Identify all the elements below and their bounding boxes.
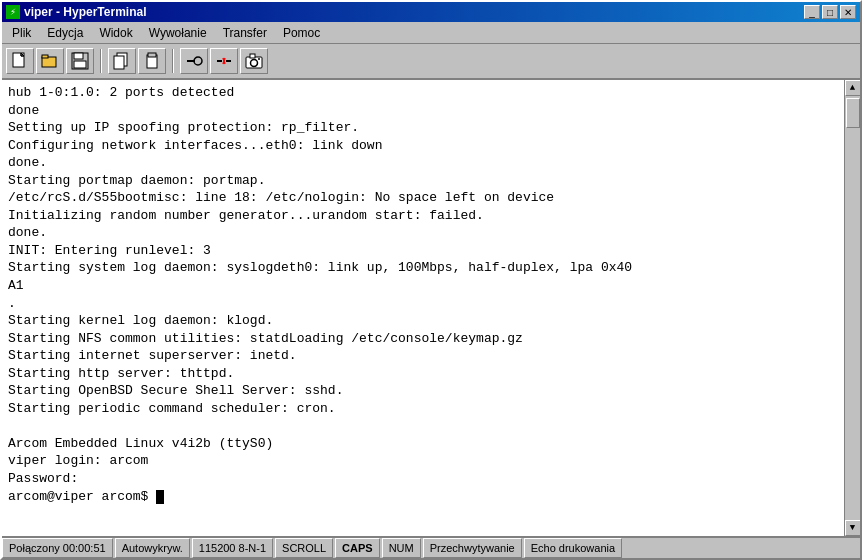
cursor-blink (156, 490, 164, 504)
menu-plik[interactable]: Plik (4, 24, 39, 42)
toolbar-sep-2 (172, 49, 174, 73)
title-bar-left: ⚡ viper - HyperTerminal (6, 5, 146, 19)
svg-point-22 (258, 58, 260, 60)
toolbar-disconnect[interactable] (210, 48, 238, 74)
status-printecho: Echo drukowania (524, 538, 622, 558)
scroll-down-button[interactable]: ▼ (845, 520, 861, 536)
status-baud: 115200 8-N-1 (192, 538, 273, 558)
svg-rect-5 (42, 55, 48, 58)
app-icon: ⚡ (6, 5, 20, 19)
terminal-output[interactable]: hub 1-0:1.0: 2 ports detected done Setti… (2, 80, 844, 536)
status-autodetect: Autowykryw. (115, 538, 190, 558)
svg-rect-10 (114, 56, 124, 69)
status-connected: Połączony 00:00:51 (2, 538, 113, 558)
menu-wywolanie[interactable]: Wywołanie (141, 24, 215, 42)
toolbar-new[interactable] (6, 48, 34, 74)
toolbar-open[interactable] (36, 48, 64, 74)
status-num: NUM (382, 538, 421, 558)
menu-transfer[interactable]: Transfer (215, 24, 275, 42)
toolbar (2, 44, 860, 80)
toolbar-paste[interactable] (138, 48, 166, 74)
status-scroll: SCROLL (275, 538, 333, 558)
menu-bar: Plik Edycja Widok Wywołanie Transfer Pom… (2, 22, 860, 44)
content-area: hub 1-0:1.0: 2 ports detected done Setti… (2, 80, 860, 536)
svg-rect-7 (74, 53, 83, 59)
menu-edycja[interactable]: Edycja (39, 24, 91, 42)
toolbar-camera[interactable] (240, 48, 268, 74)
main-window: ⚡ viper - HyperTerminal _ □ ✕ Plik Edycj… (0, 0, 862, 560)
svg-rect-12 (148, 53, 156, 57)
toolbar-sep-1 (100, 49, 102, 73)
minimize-button[interactable]: _ (804, 5, 820, 19)
scrollbar[interactable]: ▲ ▼ (844, 80, 860, 536)
status-capture: Przechwytywanie (423, 538, 522, 558)
title-bar: ⚡ viper - HyperTerminal _ □ ✕ (2, 2, 860, 22)
toolbar-connect[interactable] (180, 48, 208, 74)
toolbar-save[interactable] (66, 48, 94, 74)
svg-rect-8 (74, 61, 86, 68)
scroll-up-button[interactable]: ▲ (845, 80, 861, 96)
scroll-thumb[interactable] (846, 98, 860, 128)
status-caps: CAPS (335, 538, 380, 558)
status-bar: Połączony 00:00:51 Autowykryw. 115200 8-… (2, 536, 860, 558)
menu-pomoc[interactable]: Pomoc (275, 24, 328, 42)
title-buttons: _ □ ✕ (804, 5, 856, 19)
window-title: viper - HyperTerminal (24, 5, 146, 19)
scroll-track[interactable] (845, 96, 861, 520)
menu-widok[interactable]: Widok (91, 24, 140, 42)
maximize-button[interactable]: □ (822, 5, 838, 19)
svg-rect-21 (250, 54, 255, 58)
svg-point-14 (194, 57, 202, 65)
close-button[interactable]: ✕ (840, 5, 856, 19)
toolbar-copy[interactable] (108, 48, 136, 74)
